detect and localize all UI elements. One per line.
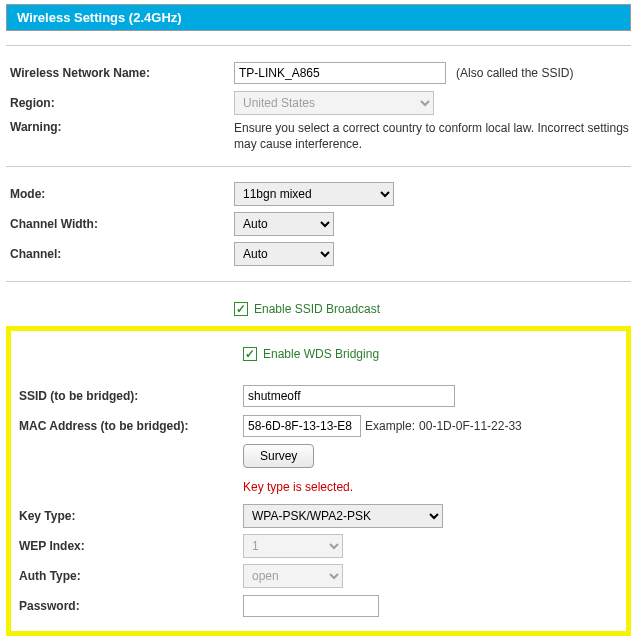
label-ssid-broadcast: Enable SSID Broadcast bbox=[254, 302, 380, 316]
select-channel[interactable]: Auto bbox=[234, 242, 334, 266]
row-channel: Channel: Auto bbox=[6, 241, 631, 267]
row-region: Region: United States bbox=[6, 90, 631, 116]
select-wep-index[interactable]: 1 bbox=[243, 534, 343, 558]
input-ssid-bridged[interactable] bbox=[243, 385, 455, 407]
select-auth-type[interactable]: open bbox=[243, 564, 343, 588]
row-wep-index: WEP Index: 1 bbox=[15, 533, 622, 559]
select-key-type[interactable]: WPA-PSK/WPA2-PSK bbox=[243, 504, 443, 528]
row-network-name: Wireless Network Name: (Also called the … bbox=[6, 60, 631, 86]
divider bbox=[6, 166, 631, 167]
input-password[interactable] bbox=[243, 595, 379, 617]
row-channel-width: Channel Width: Auto bbox=[6, 211, 631, 237]
label-wep-index: WEP Index: bbox=[15, 539, 243, 553]
checkbox-ssid-broadcast[interactable]: ✓ bbox=[234, 302, 248, 316]
warning-text: Ensure you select a correct country to c… bbox=[234, 120, 631, 152]
page-title: Wireless Settings (2.4GHz) bbox=[17, 10, 182, 25]
divider bbox=[6, 45, 631, 46]
label-key-type: Key Type: bbox=[15, 509, 243, 523]
row-wds-bridging: ✓ Enable WDS Bridging bbox=[15, 341, 622, 367]
network-name-appendix: (Also called the SSID) bbox=[456, 66, 573, 80]
label-region: Region: bbox=[6, 96, 234, 110]
input-mac-bridged[interactable] bbox=[243, 415, 361, 437]
label-mode: Mode: bbox=[6, 187, 234, 201]
row-mac-bridged: MAC Address (to be bridged): Example:00-… bbox=[15, 413, 622, 439]
row-error: Key type is selected. bbox=[15, 473, 622, 499]
label-ssid-bridged: SSID (to be bridged): bbox=[15, 389, 243, 403]
row-auth-type: Auth Type: open bbox=[15, 563, 622, 589]
mac-example-value: 00-1D-0F-11-22-33 bbox=[419, 419, 522, 433]
row-password: Password: bbox=[15, 593, 622, 619]
select-channel-width[interactable]: Auto bbox=[234, 212, 334, 236]
wds-highlight-box: ✓ Enable WDS Bridging SSID (to be bridge… bbox=[6, 326, 631, 636]
row-ssid-broadcast: ✓ Enable SSID Broadcast bbox=[6, 296, 631, 322]
mac-example-label: Example: bbox=[365, 419, 415, 433]
label-mac-bridged: MAC Address (to be bridged): bbox=[15, 419, 243, 433]
label-network-name: Wireless Network Name: bbox=[6, 66, 234, 80]
label-password: Password: bbox=[15, 599, 243, 613]
survey-button[interactable]: Survey bbox=[243, 444, 314, 468]
label-warning: Warning: bbox=[6, 120, 234, 134]
page-header: Wireless Settings (2.4GHz) bbox=[6, 4, 631, 31]
divider bbox=[6, 281, 631, 282]
label-channel: Channel: bbox=[6, 247, 234, 261]
error-message: Key type is selected. bbox=[243, 474, 353, 498]
row-warning: Warning: Ensure you select a correct cou… bbox=[6, 120, 631, 152]
row-ssid-bridged: SSID (to be bridged): bbox=[15, 383, 622, 409]
label-wds-bridging: Enable WDS Bridging bbox=[263, 347, 379, 361]
label-channel-width: Channel Width: bbox=[6, 217, 234, 231]
input-network-name[interactable] bbox=[234, 62, 446, 84]
select-region[interactable]: United States bbox=[234, 91, 434, 115]
row-mode: Mode: 11bgn mixed bbox=[6, 181, 631, 207]
select-mode[interactable]: 11bgn mixed bbox=[234, 182, 394, 206]
checkbox-wds-bridging[interactable]: ✓ bbox=[243, 347, 257, 361]
label-auth-type: Auth Type: bbox=[15, 569, 243, 583]
row-survey: Survey bbox=[15, 443, 622, 469]
row-key-type: Key Type: WPA-PSK/WPA2-PSK bbox=[15, 503, 622, 529]
